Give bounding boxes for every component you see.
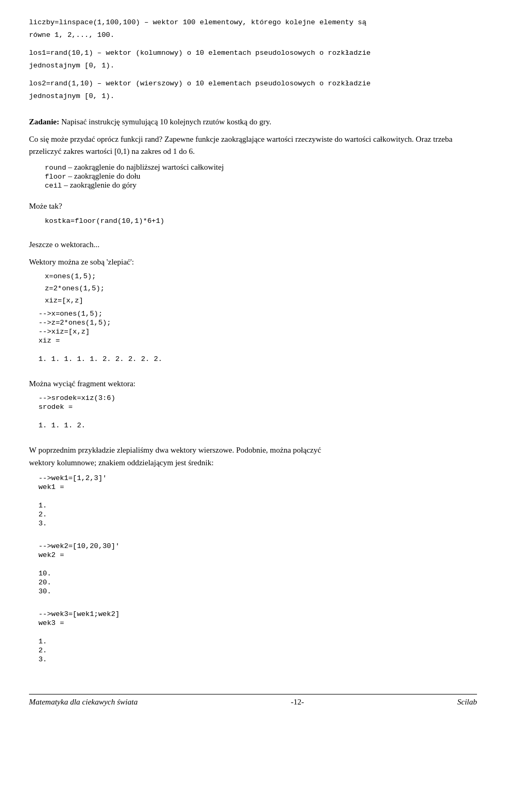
wek1-label: wek1 = bbox=[38, 483, 477, 491]
zadanie-label: Zadanie: bbox=[29, 118, 60, 126]
arrow-wek3: -->wek3=[wek1;wek2] bbox=[38, 610, 477, 618]
footer-divider bbox=[29, 694, 477, 694]
srodek-values: 1. 1. 1. 2. bbox=[38, 422, 477, 429]
wek3-v2: 2. bbox=[38, 647, 477, 654]
moze-tak-section: Może tak? kostka=floor(rand(10,1)*6+1) bbox=[29, 200, 477, 224]
para2-line1: los1=rand(10,1) – wektor (kolumnowy) o 1… bbox=[29, 49, 371, 57]
poprzedni-section: W poprzednim przykładzie zlepialiśmy dwa… bbox=[29, 444, 477, 469]
footer-center: -12- bbox=[291, 698, 304, 707]
wek1-v2: 2. bbox=[38, 511, 477, 518]
paragraph-3: los2=rand(1,10) – wektor (wierszowy) o 1… bbox=[29, 77, 477, 102]
poprzedni-text: W poprzednim przykładzie zlepialiśmy dwa… bbox=[29, 444, 477, 469]
arrow-z: -->z=2*ones(1,5); bbox=[38, 319, 477, 327]
arrow-wek1: -->wek1=[1,2,3]' bbox=[38, 474, 477, 482]
code-x: x=ones(1,5); bbox=[45, 272, 477, 280]
wek3-label: wek3 = bbox=[38, 619, 477, 627]
para3-text: los2=rand(1,10) – wektor (wierszowy) o 1… bbox=[29, 77, 477, 102]
zadanie-section: Zadanie: Napisać instrukcję symulującą 1… bbox=[29, 116, 477, 128]
co-sie-text: Co się może przydać oprócz funkcji rand?… bbox=[29, 133, 477, 158]
para1-line2: równe 1, 2,..., 100. bbox=[29, 31, 114, 39]
repl-xiz-section: -->x=ones(1,5); -->z=2*ones(1,5); -->xiz… bbox=[29, 310, 477, 373]
paragraph-1: liczby=linspace(1,100,100) – wektor 100 … bbox=[29, 16, 477, 41]
paragraph-2: los1=rand(10,1) – wektor (kolumnowy) o 1… bbox=[29, 46, 477, 72]
footer-left: Matematyka dla ciekawych świata bbox=[29, 698, 138, 707]
wek3-v1: 1. bbox=[38, 638, 477, 645]
arrow-wek2: -->wek2=[10,20,30]' bbox=[38, 542, 477, 550]
para1-line1: liczby=linspace(1,100,100) – wektor 100 … bbox=[29, 18, 366, 26]
wek3-section: -->wek3=[wek1;wek2] wek3 = 1. 2. 3. bbox=[29, 610, 477, 673]
zadanie-paragraph: Zadanie: Napisać instrukcję symulującą 1… bbox=[29, 116, 477, 128]
wek3-v3: 3. bbox=[38, 656, 477, 663]
co-sie-section: Co się może przydać oprócz funkcji rand?… bbox=[29, 133, 477, 158]
floor-line: floor – zaokrąglenie do dołu bbox=[45, 172, 477, 181]
wektory-zlepiac-section: Wektory można ze sobą 'zlepiać': x=ones(… bbox=[29, 256, 477, 305]
wek2-section: -->wek2=[10,20,30]' wek2 = 10. 20. 30. bbox=[29, 542, 477, 605]
arrow-x: -->x=ones(1,5); bbox=[38, 310, 477, 318]
xiz-label: xiz = bbox=[38, 337, 477, 345]
wek2-v2: 20. bbox=[38, 579, 477, 586]
wek2-v3: 30. bbox=[38, 588, 477, 595]
code-xiz: xiz=[x,z] bbox=[45, 297, 477, 305]
wek1-v3: 3. bbox=[38, 520, 477, 527]
arrow-srodek: -->srodek=xiz(3:6) bbox=[38, 394, 477, 402]
poprzedni-line2: wektory kolumnowe; znakiem oddzielającym… bbox=[29, 458, 213, 467]
wyciac-section: Można wyciąć fragment wektora: -->srodek… bbox=[29, 378, 477, 439]
para3-line2: jednostajnym [0, 1). bbox=[29, 92, 114, 100]
moze-tak-text: Może tak? bbox=[29, 200, 477, 212]
footer-right: Scilab bbox=[457, 698, 477, 707]
ceil-line: ceil – zaokrąglenie do góry bbox=[45, 181, 477, 190]
poprzedni-line1: W poprzednim przykładzie zlepialiśmy dwa… bbox=[29, 446, 321, 454]
round-line: round – zaokrąglenie do najbliższej wart… bbox=[45, 163, 477, 172]
zadanie-description: Napisać instrukcję symulującą 10 kolejny… bbox=[60, 118, 271, 126]
para3-line1: los2=rand(1,10) – wektor (wierszowy) o 1… bbox=[29, 80, 371, 87]
para2-text: los1=rand(10,1) – wektor (kolumnowy) o 1… bbox=[29, 46, 477, 72]
wek2-label: wek2 = bbox=[38, 551, 477, 559]
functions-section: round – zaokrąglenie do najbliższej wart… bbox=[45, 163, 477, 190]
srodek-label: srodek = bbox=[38, 403, 477, 411]
para2-line2: jednostajnym [0, 1). bbox=[29, 62, 114, 70]
para1-text: liczby=linspace(1,100,100) – wektor 100 … bbox=[29, 16, 477, 41]
wek1-section: -->wek1=[1,2,3]' wek1 = 1. 2. 3. bbox=[29, 474, 477, 537]
jeszcze-text: Jeszcze o wektorach... bbox=[29, 239, 477, 251]
mozna-wyciac-text: Można wyciąć fragment wektora: bbox=[29, 378, 477, 390]
arrow-xiz: -->xiz=[x,z] bbox=[38, 328, 477, 336]
code-z: z=2*ones(1,5); bbox=[45, 285, 477, 292]
jeszcze-section: Jeszcze o wektorach... bbox=[29, 239, 477, 251]
kostka-code: kostka=floor(rand(10,1)*6+1) bbox=[45, 217, 477, 225]
wektory-text: Wektory można ze sobą 'zlepiać': bbox=[29, 256, 477, 268]
wek1-v1: 1. bbox=[38, 502, 477, 510]
xiz-values: 1. 1. 1. 1. 1. 2. 2. 2. 2. 2. bbox=[38, 355, 477, 363]
footer: Matematyka dla ciekawych świata -12- Sci… bbox=[29, 698, 477, 707]
wek2-v1: 10. bbox=[38, 570, 477, 578]
